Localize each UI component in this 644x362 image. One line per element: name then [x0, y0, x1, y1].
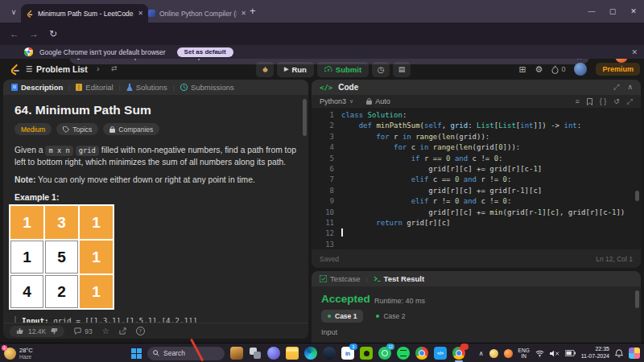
tray-expand-chevron[interactable]: ∧: [479, 350, 484, 357]
tray-app-icon-1[interactable]: [489, 349, 498, 358]
format-icon[interactable]: ≡: [575, 97, 579, 105]
nvidia-icon[interactable]: [360, 347, 373, 360]
thumbs-up-icon[interactable]: [16, 327, 23, 335]
next-problem-icon[interactable]: ›: [97, 64, 100, 73]
share-icon[interactable]: [119, 327, 126, 335]
run-button[interactable]: ▶ Run: [277, 62, 314, 77]
layout-icon[interactable]: ⊞: [518, 64, 526, 75]
bookmark-icon[interactable]: [587, 98, 592, 105]
file-explorer-icon[interactable]: [286, 347, 299, 360]
streak-counter[interactable]: 0: [551, 65, 565, 74]
gear-icon[interactable]: ⚙: [535, 64, 543, 75]
comments-button[interactable]: 93: [74, 327, 92, 335]
tab-solutions[interactable]: Solutions: [126, 83, 167, 92]
back-icon[interactable]: ←: [5, 28, 24, 39]
shuffle-icon[interactable]: ⇄: [111, 64, 118, 72]
editor-scrollbar[interactable]: [635, 191, 639, 201]
notification-close-icon[interactable]: ✕: [631, 48, 638, 56]
steam-icon[interactable]: [323, 347, 336, 360]
browser-tab-active[interactable]: Minimum Path Sum - LeetCode ✕: [21, 4, 148, 23]
code-line[interactable]: 10 grid[r][c] += min(grid[r-1][c], grid[…: [312, 208, 641, 218]
tab-close-icon[interactable]: ✕: [241, 10, 246, 17]
spotify-icon[interactable]: [397, 347, 410, 360]
tab-editorial[interactable]: Editorial: [76, 83, 113, 92]
case-tab-2[interactable]: Case 2: [369, 310, 411, 323]
whatsapp-icon[interactable]: 12: [378, 347, 391, 360]
companies-badge[interactable]: Companies: [103, 123, 159, 135]
set-as-default-button[interactable]: Set as default: [177, 47, 233, 57]
reset-icon[interactable]: ↺: [613, 97, 620, 105]
code-line[interactable]: 9 elif r != 0 and c != 0:: [312, 196, 641, 207]
tab-close-icon[interactable]: ✕: [138, 10, 143, 17]
code-line[interactable]: 6 grid[r][c] += grid[r][c-1]: [312, 164, 641, 175]
notification-bell-icon[interactable]: [615, 349, 623, 358]
tab-submissions[interactable]: Submissions: [180, 83, 234, 92]
code-line[interactable]: 11 return grid[r][c]: [312, 218, 641, 228]
game-app-icon[interactable]: [230, 347, 243, 360]
code-line[interactable]: 2 def minPathSum(self, grid: List[List[i…: [312, 121, 641, 131]
code-line[interactable]: 3 for r in range(len(grid)):: [312, 132, 641, 142]
fullscreen-icon[interactable]: ⤢: [627, 97, 633, 106]
minimize-button[interactable]: —: [581, 0, 602, 23]
edge-icon[interactable]: [304, 347, 317, 360]
chrome-icon-active[interactable]: [452, 347, 465, 360]
code-line[interactable]: 5 if r == 0 and c != 0:: [312, 154, 641, 164]
tab-testcase[interactable]: Testcase: [320, 274, 361, 283]
code-line[interactable]: 1class Solution:: [312, 110, 641, 121]
case-tab-1[interactable]: Case 1: [321, 310, 363, 323]
close-button[interactable]: ✕: [623, 0, 644, 23]
volume-mute-icon[interactable]: [550, 350, 559, 357]
prev-problem-icon[interactable]: ‹: [84, 64, 87, 73]
leetcode-logo[interactable]: [9, 63, 21, 76]
chevron-down-icon[interactable]: ∨: [349, 98, 353, 105]
language-indicator[interactable]: ENG IN: [518, 348, 530, 360]
favorite-star-icon[interactable]: ☆: [102, 327, 109, 335]
difficulty-badge[interactable]: Medium: [14, 123, 52, 135]
tab-description[interactable]: Description: [11, 83, 63, 92]
help-icon[interactable]: ?: [136, 327, 145, 335]
browser-tab-inactive[interactable]: Online Python Compiler (Interp ✕: [143, 4, 251, 23]
tray-app-icon-3[interactable]: [629, 348, 640, 359]
list-icon: ☰: [26, 65, 32, 73]
clock[interactable]: 22:35 11-07-2024: [581, 346, 609, 360]
taskbar-search[interactable]: Search: [147, 347, 225, 360]
code-line[interactable]: 12: [312, 228, 641, 239]
debugger-button[interactable]: [256, 62, 274, 77]
code-line[interactable]: 4 for c in range(len(grid[0])):: [312, 142, 641, 153]
braces-icon[interactable]: { }: [600, 97, 607, 105]
new-tab-button[interactable]: +: [250, 5, 256, 17]
wifi-icon[interactable]: [535, 350, 544, 357]
collapse-chevron-icon[interactable]: ∧: [627, 83, 633, 92]
code-line[interactable]: 8 grid[r][c] += grid[r-1][c]: [312, 186, 641, 196]
thumbs-down-icon[interactable]: [51, 327, 58, 335]
test-panel-scrollbar[interactable]: [635, 290, 639, 308]
tab-test-result[interactable]: Test Result: [374, 274, 425, 283]
copilot-icon[interactable]: [267, 347, 280, 360]
vscode-icon[interactable]: </>: [434, 347, 447, 360]
user-avatar[interactable]: [574, 63, 587, 76]
linkedin-icon[interactable]: in1: [341, 347, 354, 360]
code-line[interactable]: 7 elif c == 0 and r != 0:: [312, 175, 641, 185]
code-editor[interactable]: 1class Solution:2 def minPathSum(self, g…: [312, 109, 641, 249]
start-button[interactable]: [131, 348, 142, 359]
notes-button[interactable]: ▤: [393, 62, 411, 77]
weather-widget[interactable]: 1 28°C Haze: [4, 344, 33, 362]
auto-label[interactable]: Auto: [375, 97, 390, 105]
reload-icon[interactable]: ↻: [43, 28, 63, 39]
tab-search-button[interactable]: ∨: [6, 6, 22, 18]
battery-icon[interactable]: [565, 350, 576, 356]
forward-icon[interactable]: →: [24, 28, 43, 39]
tray-app-icon-2[interactable]: [504, 349, 513, 358]
maximize-button[interactable]: ▢: [602, 0, 623, 23]
premium-button[interactable]: Premium: [596, 63, 640, 76]
problem-list-button[interactable]: ☰ Problem List: [26, 59, 88, 80]
description-scrollbar[interactable]: [303, 99, 307, 136]
code-line[interactable]: 13: [312, 240, 641, 249]
language-selector[interactable]: Python3: [320, 97, 346, 105]
timer-button[interactable]: ◷: [372, 62, 390, 77]
submit-button[interactable]: Submit: [317, 62, 369, 77]
task-view-icon[interactable]: [249, 347, 262, 360]
topics-badge[interactable]: Topics: [56, 123, 98, 135]
chrome-icon-secondary[interactable]: [415, 347, 428, 360]
expand-icon[interactable]: ⤢: [613, 83, 619, 92]
